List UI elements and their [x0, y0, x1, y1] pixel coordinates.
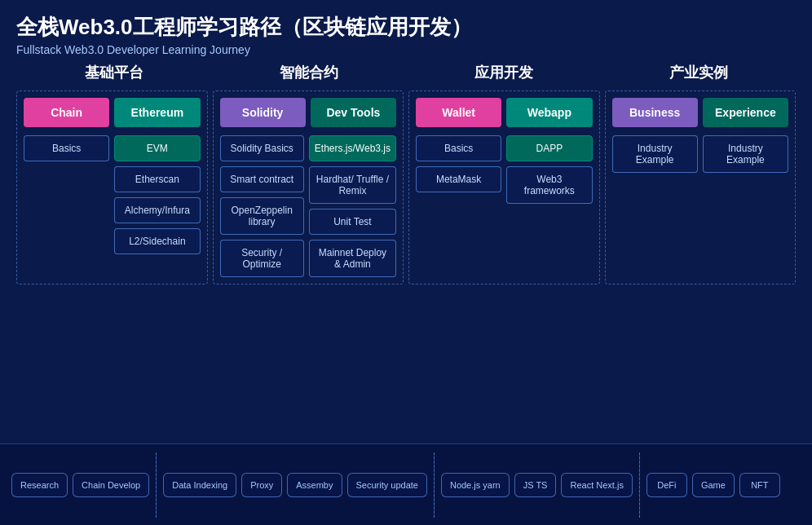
bottom-groups: Research Chain Develop Data Indexing Pro… — [11, 452, 801, 518]
item-openzeppelin: OpenZeppelin library — [220, 197, 304, 235]
item-dapp: DAPP — [506, 135, 592, 161]
zhihe-items: Solidity Basics Smart contract OpenZeppe… — [220, 135, 397, 277]
column-jichu: Chain Ethereum Basics EVM Etherscan Alch… — [16, 90, 208, 285]
item-evm: EVM — [114, 135, 200, 161]
chanye-items: Industry Example Industry Example — [612, 135, 789, 173]
bottom-item-assemby: Assemby — [287, 473, 342, 497]
bottom-group-1: Research Chain Develop — [11, 473, 149, 497]
item-etherscan: Etherscan — [114, 166, 200, 192]
bottom-item-game: Game — [692, 473, 735, 497]
header: 全栈Web3.0工程师学习路径（区块链应用开发） Fullstack Web3.… — [0, 0, 812, 63]
title-en: Fullstack Web3.0 Developer Learning Jour… — [16, 43, 796, 56]
badges-yingyong: Wallet Webapp — [416, 98, 593, 127]
jichu-row1: Basics EVM — [24, 135, 201, 161]
bottom-item-js-ts: JS TS — [514, 473, 557, 497]
bottom-group-3: Node.js yarn JS TS React Next.js — [441, 473, 633, 497]
bottom-item-research: Research — [11, 473, 68, 497]
divider-1 — [156, 452, 157, 518]
bottom-item-data-indexing: Data Indexing — [163, 473, 236, 497]
main-content: 基础平台 智能合约 应用开发 产业实例 Chain Ethereum Basic… — [0, 63, 812, 285]
bottom-item-nodejs: Node.js yarn — [441, 473, 510, 497]
bottom-item-chain-develop: Chain Develop — [73, 473, 149, 497]
yingyong-left: Basics MetaMask — [416, 135, 501, 204]
col-header-1: 基础平台 — [16, 63, 211, 82]
bottom-area: Research Chain Develop Data Indexing Pro… — [0, 443, 812, 525]
item-smart-contract: Smart contract — [220, 166, 304, 192]
badge-chain: Chain — [24, 98, 109, 127]
badges-chanye: Business Experience — [612, 98, 789, 127]
divider-2 — [434, 452, 435, 518]
bottom-item-security-update: Security update — [347, 473, 427, 497]
yingyong-right: DAPP Web3 frameworks — [506, 135, 592, 204]
badges-zhihe: Solidity Dev Tools — [220, 98, 397, 127]
chanye-left: Industry Example — [612, 135, 698, 173]
chanye-right: Industry Example — [703, 135, 788, 173]
divider-3 — [639, 452, 640, 518]
item-industry-example-1: Industry Example — [612, 135, 698, 173]
column-headers: 基础平台 智能合约 应用开发 产业实例 — [8, 63, 804, 82]
item-unit-test: Unit Test — [309, 209, 396, 235]
item-alchemy: Alchemy/Infura — [114, 197, 200, 223]
zhihe-right: Ethers.js/Web3.js Hardhat/ Truffle / Rem… — [309, 135, 396, 277]
badge-experience: Experience — [703, 98, 788, 127]
badge-devtools: Dev Tools — [311, 98, 396, 127]
bottom-item-nft: NFT — [739, 473, 780, 497]
col-header-3: 应用开发 — [406, 63, 601, 82]
item-basics-app: Basics — [416, 135, 501, 161]
column-zhihe: Solidity Dev Tools Solidity Basics Smart… — [213, 90, 404, 285]
item-solidity-basics: Solidity Basics — [220, 135, 304, 161]
item-basics: Basics — [24, 135, 109, 161]
item-mainnet-deploy: Mainnet Deploy & Admin — [309, 240, 396, 277]
col-header-2: 智能合约 — [211, 63, 406, 82]
item-web3-frameworks: Web3 frameworks — [506, 166, 592, 204]
title-cn: 全栈Web3.0工程师学习路径（区块链应用开发） — [16, 13, 796, 42]
item-security-optimize: Security / Optimize — [220, 240, 304, 277]
badge-solidity: Solidity — [220, 98, 306, 127]
column-yingyong: Wallet Webapp Basics MetaMask DAPP Web3 … — [408, 90, 600, 285]
bottom-item-proxy: Proxy — [241, 473, 282, 497]
bottom-group-4: DeFi Game NFT — [647, 473, 780, 497]
item-ethersjs: Ethers.js/Web3.js — [309, 135, 396, 161]
bottom-item-react-nextjs: React Next.js — [561, 473, 632, 497]
col-header-4: 产业实例 — [601, 63, 796, 82]
yingyong-items: Basics MetaMask DAPP Web3 frameworks — [416, 135, 593, 204]
item-l2: L2/Sidechain — [114, 228, 200, 254]
badge-wallet: Wallet — [416, 98, 501, 127]
badge-business: Business — [612, 98, 698, 127]
column-chanye: Business Experience Industry Example Ind… — [605, 90, 797, 285]
bottom-item-defi: DeFi — [647, 473, 687, 497]
bottom-group-2: Data Indexing Proxy Assemby Security upd… — [163, 473, 427, 497]
badge-webapp: Webapp — [506, 98, 592, 127]
item-metamask: MetaMask — [416, 166, 501, 192]
item-industry-example-2: Industry Example — [703, 135, 788, 173]
item-hardhat: Hardhat/ Truffle / Remix — [309, 166, 396, 204]
zhihe-left: Solidity Basics Smart contract OpenZeppe… — [220, 135, 304, 277]
columns-area: Chain Ethereum Basics EVM Etherscan Alch… — [8, 90, 804, 285]
badge-ethereum: Ethereum — [114, 98, 200, 127]
badges-jichu: Chain Ethereum — [24, 98, 201, 127]
